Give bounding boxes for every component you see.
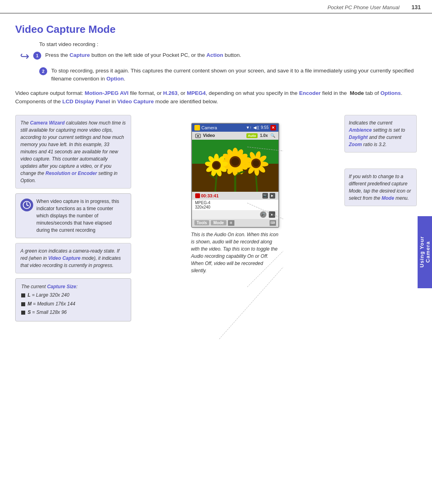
step1-number: 1 bbox=[33, 52, 41, 60]
step1-text: Press the Capture button on the left sid… bbox=[45, 51, 241, 59]
ambience-note: Indicates the current Ambience setting i… bbox=[344, 115, 417, 153]
step1-row: ↪ 1 Press the Capture button on the left… bbox=[20, 51, 417, 63]
camera-wizard-note: The Camera Wizard calculates how much ti… bbox=[15, 115, 131, 189]
size-medium-text: M = Medium 176x 144 bbox=[28, 300, 75, 309]
bullet-small bbox=[21, 311, 25, 315]
phone-titlebar: Camera ▼↑ ◀(( 9:55 ✕ bbox=[192, 124, 278, 132]
size-small: S = Small 128x 96 bbox=[21, 308, 125, 317]
tools-btn[interactable]: Tools bbox=[194, 220, 210, 225]
size-small-text: S = Small 128x 96 bbox=[28, 308, 67, 317]
phone-mockup: Camera ▼↑ ◀(( 9:55 ✕ bbox=[191, 123, 279, 228]
phone-time: 9:55 bbox=[261, 125, 268, 130]
svg-point-34 bbox=[213, 162, 220, 169]
audio-note-text: This is the Audio On icon. When this ico… bbox=[191, 232, 278, 273]
phone-app-name: Camera bbox=[202, 125, 217, 130]
bullet-medium bbox=[21, 302, 25, 306]
ambience-note-text: Indicates the current Ambience setting i… bbox=[349, 120, 405, 147]
phone-icon-bar: 🎤 ▲ bbox=[192, 210, 278, 219]
page-number: 131 bbox=[412, 4, 421, 10]
audio-note: This is the Audio On icon. When this ico… bbox=[191, 231, 279, 274]
phone-signal: ▼↑ bbox=[246, 125, 252, 130]
main-content: Video Capture Mode To start video record… bbox=[0, 14, 432, 355]
phone-titlebar-right: ▼↑ ◀(( 9:55 ✕ bbox=[246, 125, 276, 131]
phone-mode: Video bbox=[195, 133, 215, 139]
phone-subbar-right: Auto 1.0x 🔍 bbox=[246, 133, 275, 138]
phone-zoom: 1.0x bbox=[260, 133, 268, 138]
time-icon bbox=[20, 199, 33, 211]
phone-app-icon bbox=[194, 125, 200, 131]
step1: 1 Press the Capture button on the left s… bbox=[33, 51, 241, 60]
size-large: L = Large 320x 240 bbox=[21, 291, 125, 300]
camera-snap-icon[interactable]: 📷 bbox=[262, 193, 268, 199]
bullet-large bbox=[21, 293, 25, 297]
mode-change-note: If you wish to change to a different pre… bbox=[344, 169, 417, 206]
capture-size-box: The current Capture Size: L = Large 320x… bbox=[15, 278, 131, 321]
mode-btn[interactable]: Mode bbox=[211, 220, 226, 225]
step2-number: 2 bbox=[39, 67, 47, 75]
svg-point-22 bbox=[231, 158, 239, 166]
green-icon-note: A green icon indicates a camera-ready st… bbox=[15, 243, 131, 273]
phone-volume: ◀(( bbox=[253, 125, 259, 130]
zoom-icon: 🔍 bbox=[270, 133, 275, 138]
side-tab-text: Using YourCamera bbox=[419, 236, 431, 267]
phone-icons-right: 📷 ▶ bbox=[262, 193, 275, 199]
right-col: Indicates the current Ambience setting i… bbox=[339, 115, 417, 347]
phone-resolution: 320x240 bbox=[195, 205, 275, 209]
center-col: Camera ▼↑ ◀(( 9:55 ✕ bbox=[131, 115, 339, 347]
page-title: Video Capture Mode bbox=[15, 23, 417, 36]
svg-point-46 bbox=[253, 160, 259, 167]
diagram-area: The Camera Wizard calculates how much ti… bbox=[15, 115, 417, 347]
left-col: The Camera Wizard calculates how much ti… bbox=[15, 115, 131, 347]
phone-bottom-bar: 00:33:41 📷 ▶ bbox=[192, 192, 278, 200]
time-counter-text: When video capture is in progress, this … bbox=[36, 198, 126, 234]
output-format-para: Video capture output format: Motion-JPEG… bbox=[15, 89, 417, 106]
record-icon[interactable]: ▶ bbox=[270, 193, 275, 199]
intro-text: To start video recording : bbox=[39, 41, 417, 47]
timer-value: 00:33:41 bbox=[201, 193, 219, 198]
phone-subbar: Video Auto 1.0x 🔍 bbox=[192, 132, 278, 140]
step2-text: To stop recording, press it again. This … bbox=[51, 67, 417, 83]
phone-timer: 00:33:41 bbox=[195, 193, 219, 198]
side-tab: Using YourCamera bbox=[418, 216, 432, 288]
size-medium: M = Medium 176x 144 bbox=[21, 300, 125, 309]
auto-badge: Auto bbox=[246, 133, 258, 138]
phone-format-bar: MPEG-4 320x240 bbox=[192, 200, 278, 210]
expand-icon[interactable]: ▲ bbox=[269, 211, 275, 218]
grid-icon[interactable]: ⊞ bbox=[228, 220, 234, 226]
phone-close-btn[interactable]: ✕ bbox=[270, 125, 276, 131]
steps-container: ↪ 1 Press the Capture button on the left… bbox=[39, 51, 417, 83]
time-counter-note: When video capture is in progress, this … bbox=[15, 193, 131, 238]
svg-rect-5 bbox=[197, 133, 199, 135]
phone-image-area bbox=[192, 140, 278, 192]
header-title: Pocket PC Phone User Manual bbox=[328, 4, 400, 10]
step2: 2 To stop recording, press it again. Thi… bbox=[39, 67, 417, 83]
size-large-text: L = Large 320x 240 bbox=[28, 291, 69, 300]
timer-icon bbox=[195, 193, 200, 198]
phone-toolbar: Tools Mode ⊞ ⌨ bbox=[192, 219, 278, 227]
arrow-icon: ↪ bbox=[20, 50, 29, 63]
svg-point-4 bbox=[197, 135, 199, 137]
page-header: Pocket PC Phone User Manual 131 bbox=[0, 0, 432, 14]
keyboard-icon[interactable]: ⌨ bbox=[270, 220, 276, 226]
phone-titlebar-left: Camera bbox=[194, 125, 217, 131]
phone-format: MPEG-4 bbox=[195, 201, 275, 205]
svg-line-50 bbox=[219, 267, 283, 339]
svg-line-2 bbox=[27, 205, 28, 206]
mode-change-text: If you wish to change to a different pre… bbox=[349, 174, 411, 201]
capture-size-label: The current Capture Size: bbox=[21, 283, 125, 291]
audio-on-icon[interactable]: 🎤 bbox=[260, 211, 266, 218]
